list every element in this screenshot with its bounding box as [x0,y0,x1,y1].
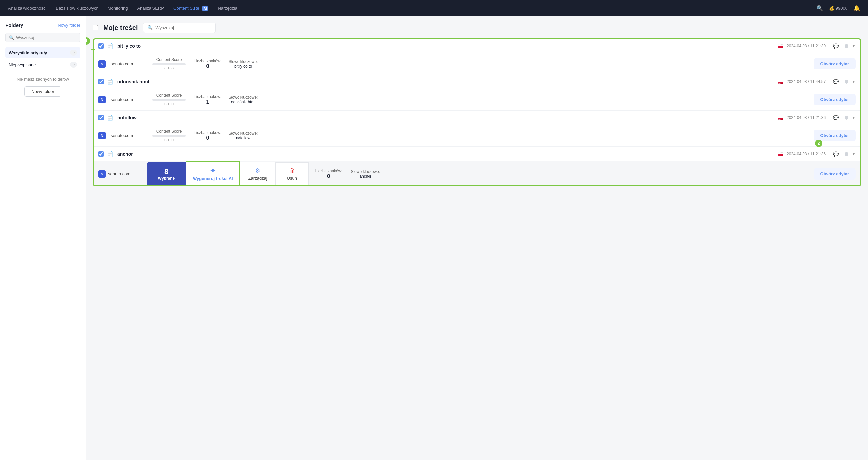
sidebar-header: Foldery Nowy folder [5,23,81,28]
nav-narzedzia[interactable]: Narzędzia [218,6,237,10]
article-3-keyword-section: Słowo kluczowe: nofollow [226,131,260,140]
action-bar-char-value: 0 [327,174,330,179]
page-title: Moje treści [103,24,137,32]
article-3-bottom-row: N senuto.com Content Score 0/100 Liczba … [93,125,861,146]
article-3-keyword-label: Słowo kluczowe: [228,131,258,136]
sidebar-new-folder-link[interactable]: Nowy folder [58,23,81,28]
content-search-input[interactable] [155,26,211,30]
article-3-score-label: Content Score [156,129,182,134]
article-2-keyword-section: Słowo kluczowe: odnośnik html [226,95,260,104]
article-1-char-value: 0 [207,63,209,69]
article-2-chevron-icon[interactable]: ▼ [852,80,856,84]
article-1-open-editor-button[interactable]: Otwórz edytor [814,58,856,69]
sidebar-search-input[interactable] [16,35,77,40]
article-2-char-section: Liczba znaków: 1 [194,94,221,105]
sidebar-search-box: 🔍 [5,33,81,42]
article-4-chevron-icon[interactable]: ▼ [852,152,856,156]
article-1-chevron-icon[interactable]: ▼ [852,44,856,48]
sidebar: Foldery Nowy folder 🔍 Wszystkie artykuły… [0,16,86,460]
topnav-right: 🔍 💰 99000 🔔 [816,5,860,11]
article-2-score-bar [153,99,186,101]
delete-label: Usuń [287,176,297,181]
article-2-keyword-value: odnośnik html [231,100,255,104]
sidebar-new-folder-button[interactable]: Nowy folder [25,86,61,97]
action-manage-button[interactable]: ⚙ Zarządzaj [240,162,276,186]
article-1-score-bar [153,63,186,65]
article-1-keyword-section: Słowo kluczowe: bit ly co to [226,59,260,68]
article-3-chevron-icon[interactable]: ▼ [852,116,856,120]
article-1-date: 2024-04-08 / 11:21:39 [786,44,826,48]
article-2-status-dot [844,80,848,84]
action-generate-button[interactable]: ✦ Wygeneruj treści AI [186,161,240,186]
content-search-box: 🔍 [143,23,216,33]
article-1-score-section: Content Score 0/100 [149,57,189,70]
article-2-bottom-row: N senuto.com Content Score 0/100 Liczba … [93,89,861,110]
article-1-title: bit ly co to [118,43,773,49]
article-3-file-icon: 📄 [107,115,114,121]
article-3-char-label: Liczba znaków: [194,130,221,135]
article-4-title: anchor [118,151,773,156]
article-3-score-bar [153,135,186,137]
article-3-checkbox[interactable] [98,115,103,120]
article-2-checkbox[interactable] [98,79,103,84]
article-4-open-editor-button[interactable]: Otwórz edytor [814,168,856,180]
annotation-arrow-1: → [89,45,97,54]
article-1-checkbox[interactable] [98,43,103,49]
nav-baza-slow[interactable]: Baza słów kluczowych [56,6,98,10]
sidebar-search-icon: 🔍 [9,35,14,40]
article-4-date: 2024-04-08 / 11:21:36 [786,152,826,156]
generate-ai-icon: ✦ [210,167,216,175]
article-2-open-editor-button[interactable]: Otwórz edytor [814,94,856,105]
article-3-comment-icon[interactable]: 💬 [833,115,839,120]
article-3-char-value: 0 [207,135,209,141]
article-2-title: odnośnik html [118,79,773,84]
article-1-keyword-label: Słowo kluczowe: [228,59,258,64]
sidebar-item-all-articles[interactable]: Wszystkie artykuły 9 [5,47,81,58]
nav-content-suite[interactable]: Content Suite AI [173,6,208,10]
sidebar-item-unassigned-label: Nieprzypisane [9,62,36,67]
sidebar-item-all-label: Wszystkie artykuły [9,50,47,55]
nav-monitoring[interactable]: Monitoring [108,6,128,10]
main-layout: Foldery Nowy folder 🔍 Wszystkie artykuły… [0,16,868,460]
article-2-top-row: 📄 odnośnik html 🇵🇱 2024-04-08 / 11:44:57… [93,74,861,89]
article-1-flag: 🇵🇱 [778,43,783,49]
sidebar-title: Foldery [5,23,23,28]
article-card-4: 📄 anchor 🇵🇱 2024-04-08 / 11:21:36 💬 ▼ N … [93,146,861,186]
action-selected-label: Wybrane [158,176,175,181]
article-3-domain-icon: N [98,132,105,139]
article-3-keyword-value: nofollow [236,136,250,140]
article-3-score-value: 0/100 [164,138,174,142]
article-4-comment-icon[interactable]: 💬 [833,151,839,156]
action-bar-keyword-section: Słowo kluczowe: anchor [349,170,382,179]
article-3-date: 2024-04-08 / 11:21:36 [786,116,826,120]
article-3-score-section: Content Score 0/100 [149,129,189,142]
manage-icon: ⚙ [255,167,260,175]
delete-icon: 🗑 [289,167,295,175]
article-card-3: 📄 nofollow 🇵🇱 2024-04-08 / 11:21:36 💬 ▼ … [93,110,861,146]
sidebar-item-unassigned-count: 9 [70,62,77,67]
sidebar-item-unassigned[interactable]: Nieprzypisane 9 [5,59,81,70]
content-header: Moje treści 🔍 [93,23,861,33]
article-4-checkbox[interactable] [98,151,103,156]
bell-icon[interactable]: 🔔 [854,5,860,11]
nav-analiza-serp[interactable]: Analiza SERP [137,6,164,10]
article-1-keyword-value: bit ly co to [234,64,252,68]
content-search-icon: 🔍 [147,25,153,30]
top-navigation: Analiza widoczności Baza słów kluczowych… [0,0,868,16]
action-delete-button[interactable]: 🗑 Usuń [276,162,309,186]
article-1-comment-icon[interactable]: 💬 [833,43,839,49]
search-icon[interactable]: 🔍 [816,5,823,11]
article-1-domain-icon: N [98,60,105,67]
article-1-score-label: Content Score [156,57,182,62]
select-all-checkbox[interactable] [93,25,98,30]
article-2-comment-icon[interactable]: 💬 [833,79,839,84]
nav-analiza-widocznosci[interactable]: Analiza widoczności [8,6,46,10]
article-1-status-dot [844,44,848,48]
article-4-flag: 🇵🇱 [778,151,783,156]
content-area: Moje treści 🔍 1 → 2 📄 [86,16,868,460]
action-bar-char-label: Liczba znaków: [315,169,342,174]
article-1-score-value: 0/100 [164,66,174,70]
article-1-char-section: Liczba znaków: 0 [194,59,221,69]
article-1-domain: senuto.com [111,61,144,66]
sidebar-item-all-count: 9 [70,50,77,56]
